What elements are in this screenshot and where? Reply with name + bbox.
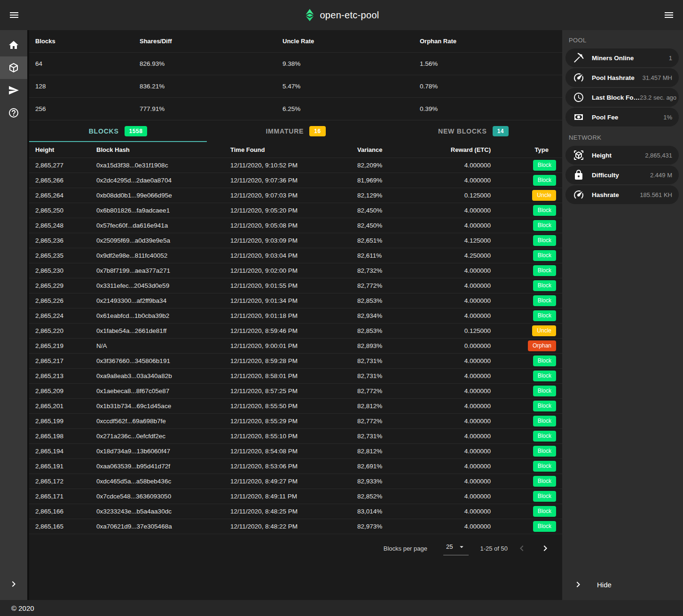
table-row: 2,865,2010x1b31b734...69c1d45ace12/11/20… <box>29 399 562 414</box>
cell-variance: 82,731% <box>357 372 432 379</box>
tab-count-badge: 1558 <box>125 126 148 136</box>
cell-height: 2,865,166 <box>35 508 96 515</box>
per-page-select[interactable]: 25 <box>443 542 469 555</box>
clock-icon <box>573 92 584 103</box>
cell-variance: 82,772% <box>357 418 432 425</box>
cell-hash: 0xccdf562f...69a698b7fe <box>96 418 230 425</box>
right-sidebar-sections: POOLMiners Online1Pool Hashrate31.457 MH… <box>562 30 683 205</box>
status-badge: Block <box>533 476 556 486</box>
cell-reward: 4.000000 <box>432 508 491 515</box>
cell-type: Block <box>491 235 556 245</box>
nav-item-payments[interactable] <box>0 79 27 102</box>
nav-item-help[interactable] <box>0 102 27 124</box>
hide-sidebar-button[interactable]: Hide <box>562 569 683 600</box>
nav-item-home[interactable] <box>0 34 27 56</box>
cell-reward: 4.000000 <box>432 372 491 379</box>
cell-time: 12/11/2020, 9:01:34 PM <box>230 297 357 304</box>
cell-type: Block <box>491 416 556 426</box>
prev-page-button[interactable] <box>512 539 531 558</box>
cell-variance: 82,209% <box>357 162 432 169</box>
cube-scan-icon <box>573 150 584 161</box>
stats-cell: 777.91% <box>140 105 283 112</box>
cell-height: 2,865,235 <box>35 252 96 259</box>
cell-variance: 82,934% <box>357 312 432 319</box>
left-nav-rail <box>0 30 27 600</box>
col-time: Time Found <box>230 146 357 153</box>
cell-time: 12/11/2020, 8:59:46 PM <box>230 327 357 334</box>
stats-cell: 0.39% <box>420 105 556 112</box>
cell-reward: 4.000000 <box>432 387 491 395</box>
etc-logo-icon <box>304 8 315 22</box>
send-icon <box>8 85 19 96</box>
cell-reward: 4.000000 <box>432 162 491 169</box>
cell-reward: 4.000000 <box>432 207 491 214</box>
cell-hash: 0x9df2e98e...811fc40052 <box>96 252 230 259</box>
cell-variance: 82,731% <box>357 357 432 364</box>
menu-icon[interactable] <box>3 4 25 26</box>
stats-row: 256777.91%6.25%0.39% <box>29 98 562 120</box>
cell-height: 2,865,264 <box>35 192 96 199</box>
table-row: 2,865,2660x2dc4295d...2dae0a870412/11/20… <box>29 173 562 188</box>
status-badge: Block <box>533 175 556 185</box>
status-badge: Uncle <box>532 325 556 336</box>
cell-height: 2,865,266 <box>35 177 96 184</box>
next-page-button[interactable] <box>536 539 555 558</box>
table-row: 2,865,1660x3233243e...b5a4aa30dc12/11/20… <box>29 504 562 519</box>
tab-label: BLOCKS <box>89 127 119 135</box>
nav-item-blocks[interactable] <box>0 56 27 79</box>
cell-type: Block <box>491 476 556 486</box>
cell-hash: 0x18d734a9...13b6060f47 <box>96 448 230 455</box>
hide-label: Hide <box>597 581 612 589</box>
cell-time: 12/11/2020, 9:05:08 PM <box>230 222 357 229</box>
cell-reward: 0.125000 <box>432 327 491 334</box>
cell-type: Block <box>491 506 556 516</box>
cell-time: 12/11/2020, 8:49:27 PM <box>230 478 357 485</box>
tabs: BLOCKS1558IMMATURE16NEW BLOCKS14 <box>29 120 562 142</box>
rail-expand-button[interactable] <box>0 568 27 600</box>
stats-col-uncle: Uncle Rate <box>283 38 420 45</box>
tab-new-blocks[interactable]: NEW BLOCKS14 <box>385 120 562 142</box>
cell-type: Block <box>491 205 556 215</box>
status-badge: Block <box>533 386 556 396</box>
status-badge: Block <box>533 205 556 215</box>
cell-time: 12/11/2020, 9:02:00 PM <box>230 267 357 274</box>
cell-height: 2,865,209 <box>35 387 96 395</box>
status-badge: Block <box>533 401 556 411</box>
table-row: 2,865,2500x6b801826...fa9adcaee112/11/20… <box>29 203 562 218</box>
stat-value: 31.457 MH <box>642 74 672 81</box>
tab-label: IMMATURE <box>266 127 304 135</box>
cell-reward: 4.000000 <box>432 493 491 500</box>
chevron-left-icon <box>516 543 527 554</box>
stat-value: 1 <box>669 55 672 62</box>
table-row: 2,865,2770xa15d3f38...0e31f1908c12/11/20… <box>29 158 562 173</box>
stats-cell: 6.25% <box>283 105 420 112</box>
cell-height: 2,865,217 <box>35 357 96 364</box>
cell-variance: 82,852% <box>357 493 432 500</box>
stats-cell: 128 <box>35 83 140 90</box>
table-row: 2,865,2090x1aebeca8...8f67c05e8712/11/20… <box>29 384 562 399</box>
stat-label: Difficulty <box>592 172 619 179</box>
cell-hash: 0x7cdce548...3636093050 <box>96 493 230 500</box>
stats-table-body: 64826.93%9.38%1.56%128836.21%5.47%0.78%2… <box>29 53 562 120</box>
table-row: 2,865,1720xdc465d5a...a58beb436c12/11/20… <box>29 474 562 489</box>
stats-col-blocks: Blocks <box>35 38 140 45</box>
cell-hash: 0x61eabfcd...1b0cba39b2 <box>96 312 230 319</box>
status-badge: Block <box>533 295 556 306</box>
menu-right-icon[interactable] <box>658 4 680 26</box>
stat-label: Hashrate <box>592 191 619 198</box>
cell-hash: 0x6b801826...fa9adcaee1 <box>96 207 230 214</box>
stat-label: Pool Fee <box>592 114 618 121</box>
tab-immature[interactable]: IMMATURE16 <box>207 120 385 142</box>
cell-height: 2,865,226 <box>35 297 96 304</box>
cell-variance: 82,853% <box>357 327 432 334</box>
tab-blocks[interactable]: BLOCKS1558 <box>29 120 207 142</box>
per-page-label: Blocks per page <box>384 545 427 552</box>
cell-reward: 4.000000 <box>432 478 491 485</box>
pagination: Blocks per page 25 1-25 of 50 <box>29 534 562 562</box>
stats-col-orphan: Orphan Rate <box>420 38 556 45</box>
cell-type: Block <box>491 250 556 261</box>
cell-variance: 82,450% <box>357 222 432 229</box>
cell-type: Block <box>491 401 556 411</box>
tab-count-badge: 14 <box>493 126 509 136</box>
cell-height: 2,865,194 <box>35 448 96 455</box>
